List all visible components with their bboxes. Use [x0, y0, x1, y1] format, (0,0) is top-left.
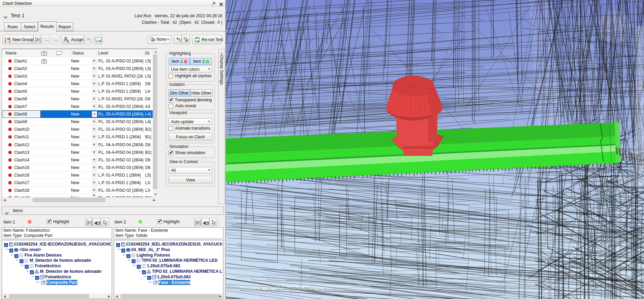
- svg-text:]: ]: [9, 37, 10, 42]
- svg-text:L4(-1)-L4(6) : P.L. 03-A-PISO: L4(-1)-L4(6) : P.L. 03-A-PISO 03 (2804): [240, 286, 316, 291]
- svg-text:x: x: [55, 39, 57, 42]
- svg-text:[: [: [5, 37, 7, 42]
- svg-text:+: +: [46, 39, 48, 42]
